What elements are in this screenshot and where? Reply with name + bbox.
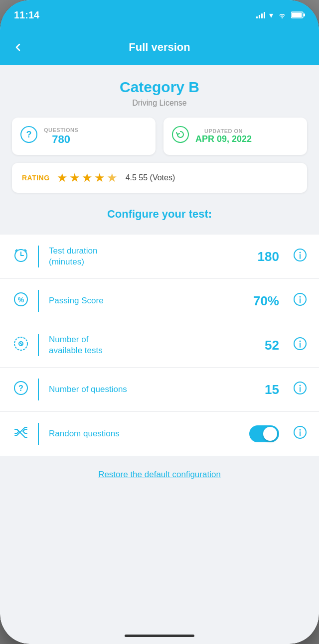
- available-tests-info-button[interactable]: [293, 337, 307, 354]
- svg-text:%: %: [18, 296, 24, 304]
- config-divider: [38, 246, 39, 267]
- updated-label: UPDATED ON: [195, 128, 252, 134]
- config-item-random: Random questions: [0, 412, 319, 456]
- status-icons: ▾: [256, 10, 305, 20]
- svg-point-5: [172, 127, 188, 142]
- star-2: ★: [69, 171, 80, 185]
- updated-icon: [171, 126, 189, 147]
- available-tests-value: 52: [265, 338, 279, 353]
- star-3: ★: [82, 171, 93, 185]
- star-1: ★: [57, 171, 68, 185]
- percent-icon: %: [12, 291, 30, 311]
- config-item-passing-score: % Passing Score 70%: [0, 279, 319, 323]
- svg-point-12: [300, 252, 301, 254]
- random-info-button[interactable]: [293, 425, 307, 442]
- alarm-icon: [12, 247, 30, 266]
- duration-value: 180: [258, 249, 279, 264]
- svg-text:?: ?: [18, 384, 23, 392]
- rating-card: RATING ★ ★ ★ ★ ★ 4.5 55 (Votes): [12, 163, 307, 193]
- wifi-icon: [277, 11, 287, 19]
- passing-score-label: Passing Score: [49, 295, 245, 306]
- configure-title: Configure your test:: [12, 203, 307, 225]
- available-tests-icon: [12, 336, 30, 355]
- svg-rect-2: [304, 13, 305, 16]
- header-title: Full version: [129, 41, 190, 54]
- num-questions-info-button[interactable]: [293, 381, 307, 398]
- config-item-num-questions: ? Number of questions 15: [0, 368, 319, 412]
- svg-point-23: [300, 341, 301, 342]
- questions-info: QUESTIONS 780: [44, 127, 78, 146]
- updated-card: UPDATED ON APR 09, 2022: [163, 118, 307, 155]
- num-questions-value: 15: [265, 382, 279, 397]
- app-header: Full version: [0, 30, 319, 65]
- main-content: Category B Driving License ? QUESTIONS: [0, 65, 319, 494]
- status-time: 11:14: [14, 9, 39, 21]
- updated-value: APR 09, 2022: [195, 134, 252, 144]
- config-divider: [38, 290, 39, 312]
- status-bar: 11:14 ▾: [0, 0, 319, 30]
- random-icon: [12, 424, 30, 444]
- svg-point-17: [300, 296, 301, 298]
- updated-info: UPDATED ON APR 09, 2022: [195, 128, 252, 144]
- star-4: ★: [94, 171, 105, 185]
- signal-icon: [256, 11, 265, 18]
- config-divider: [38, 379, 39, 400]
- svg-text:?: ?: [26, 129, 32, 139]
- random-toggle[interactable]: [249, 425, 279, 442]
- num-questions-label: Number of questions: [49, 384, 257, 395]
- questions-value: 780: [44, 133, 78, 146]
- svg-point-31: [300, 429, 301, 431]
- svg-rect-1: [292, 13, 302, 17]
- star-5: ★: [107, 171, 118, 185]
- duration-info-button[interactable]: [293, 248, 307, 265]
- config-divider: [38, 423, 39, 445]
- questions-card: ? QUESTIONS 780: [12, 118, 156, 155]
- stars: ★ ★ ★ ★ ★: [57, 171, 118, 185]
- svg-point-28: [300, 385, 301, 386]
- num-questions-icon: ?: [12, 380, 30, 399]
- back-button[interactable]: [12, 41, 24, 53]
- rating-label: RATING: [22, 174, 50, 182]
- wifi-icon: ▾: [269, 10, 273, 20]
- restore-default-button[interactable]: Restore the default configuration: [98, 470, 221, 479]
- battery-icon: [291, 11, 305, 18]
- random-label: Random questions: [49, 428, 241, 439]
- category-subtitle: Driving License: [12, 99, 307, 108]
- config-list: Test duration(minutes) 180: [0, 235, 319, 456]
- duration-label: Test duration(minutes): [49, 246, 250, 267]
- home-indicator: [125, 635, 194, 637]
- passing-score-value: 70%: [253, 293, 279, 309]
- questions-label: QUESTIONS: [44, 127, 78, 133]
- stats-row: ? QUESTIONS 780: [12, 118, 307, 155]
- config-item-duration: Test duration(minutes) 180: [0, 235, 319, 279]
- category-title: Category B: [12, 79, 307, 96]
- rating-text: 4.5 55 (Votes): [126, 173, 175, 182]
- config-item-available-tests: Number ofavailable tests 52: [0, 323, 319, 368]
- svg-line-21: [20, 343, 22, 345]
- questions-icon: ?: [20, 126, 38, 147]
- available-tests-label: Number ofavailable tests: [49, 334, 257, 356]
- config-divider: [38, 334, 39, 356]
- hero-section: Category B Driving License ? QUESTIONS: [0, 65, 319, 235]
- passing-score-info-button[interactable]: [293, 292, 307, 309]
- restore-section: Restore the default configuration: [0, 456, 319, 494]
